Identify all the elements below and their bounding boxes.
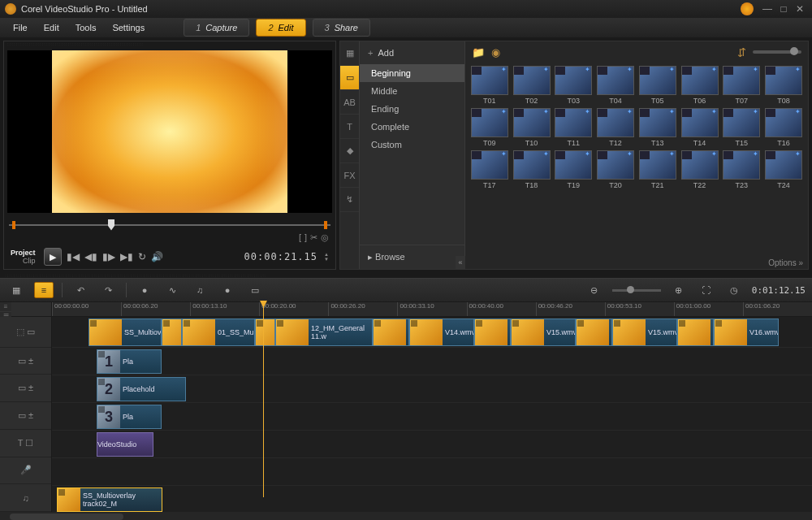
home-button[interactable]: ▮◀ (67, 251, 80, 262)
clip[interactable]: 01_SS_Multiove (182, 318, 255, 346)
redo-button[interactable]: ↷ (98, 282, 118, 298)
mark-out-icon[interactable] (324, 221, 327, 229)
repeat-button[interactable]: ↻ (138, 251, 146, 262)
thumbnail[interactable]: T02 (512, 66, 551, 105)
list-item[interactable]: Complete (360, 118, 464, 136)
tab-title[interactable]: T (340, 115, 359, 139)
clip[interactable] (576, 318, 612, 346)
thumbnail[interactable]: T11 (555, 108, 594, 147)
tab-filter[interactable]: FX (340, 163, 359, 188)
zoom-slider[interactable] (612, 289, 661, 292)
clip[interactable]: V14.wmv (409, 318, 474, 346)
clip[interactable]: SS_Multiover (89, 318, 162, 346)
overlay1-track-head[interactable]: ▭ ± (0, 348, 51, 375)
prev-frame-button[interactable]: ◀▮ (84, 251, 97, 262)
close-button[interactable]: ✕ (793, 3, 807, 15)
gallery-icon[interactable]: ◉ (491, 46, 500, 58)
options-button[interactable]: Options (768, 258, 796, 267)
clip[interactable]: VideoStudio (97, 432, 153, 457)
playhead[interactable] (263, 302, 264, 497)
clip[interactable]: V15.wmv (612, 318, 677, 346)
tab-media[interactable]: ▦ (340, 41, 359, 66)
volume-button[interactable]: 🔊 (151, 251, 163, 262)
step-edit[interactable]: 2Edit (256, 19, 305, 37)
play-button[interactable]: ▶ (44, 248, 62, 266)
music-track-head[interactable]: ♫ (0, 484, 51, 512)
clip[interactable] (474, 318, 511, 346)
voice-track-head[interactable]: 🎤 (0, 457, 51, 485)
browse-button[interactable]: ▸ Browse (360, 245, 464, 269)
undo-button[interactable]: ↶ (71, 282, 90, 298)
time-ruler[interactable]: 00:00:00.0000:00:06.2000:00:13.1000:00:2… (52, 302, 812, 316)
clip[interactable]: V16.wmv (714, 318, 779, 346)
step-share[interactable]: 3Share (313, 19, 370, 37)
mark-in-icon[interactable] (12, 221, 15, 229)
tab-graphic[interactable]: ◆ (340, 139, 359, 163)
clip[interactable]: SS_Multioverlay track02_M (57, 488, 162, 512)
maximize-button[interactable]: □ (776, 3, 791, 15)
storyboard-view-button[interactable]: ▦ (6, 282, 26, 298)
clip[interactable]: 12_HM_General 11.w (275, 318, 373, 346)
thumbnail[interactable]: T01 (470, 66, 509, 105)
mark-out-button[interactable]: ] (304, 232, 307, 243)
clip[interactable]: 1Pla (97, 349, 162, 374)
track-manager-button[interactable]: ▭ (245, 282, 265, 298)
horizontal-scrollbar[interactable] (0, 512, 812, 520)
thumbnail[interactable]: T06 (680, 66, 719, 105)
thumbnail[interactable]: T16 (764, 108, 803, 147)
thumbnail[interactable]: T14 (680, 108, 719, 147)
scrub-thumb[interactable] (108, 219, 114, 231)
clip[interactable]: 3Pla (97, 405, 162, 429)
thumbnail[interactable]: T13 (638, 108, 677, 147)
thumbnail[interactable]: T04 (596, 66, 635, 105)
menu-edit[interactable]: Edit (36, 20, 67, 36)
timeline-view-button[interactable]: ≡ (34, 282, 54, 298)
video-track-head[interactable]: ⬚ ▭ (0, 317, 51, 348)
thumbnail[interactable]: T18 (512, 150, 551, 189)
folder-icon[interactable]: 📁 (472, 46, 485, 58)
thumbnail[interactable]: T10 (512, 108, 551, 147)
menu-settings[interactable]: Settings (104, 20, 153, 36)
tab-instant[interactable]: ▭ (340, 66, 359, 90)
next-frame-button[interactable]: ▮▶ (102, 251, 115, 262)
list-item[interactable]: Beginning (360, 64, 464, 82)
thumbnail[interactable]: T20 (596, 150, 635, 189)
cut-button[interactable]: ✂ (310, 232, 317, 243)
overlay3-track-head[interactable]: ▭ ± (0, 402, 51, 430)
mark-in-button[interactable]: [ (299, 232, 301, 243)
thumb-size-slider[interactable] (753, 50, 801, 54)
thumbnail[interactable]: T22 (680, 150, 719, 189)
list-item[interactable]: Ending (360, 100, 464, 118)
auto-music-button[interactable]: ♫ (190, 282, 209, 298)
tracks-canvas[interactable]: SS_Multiover01_SS_Multiove12_HM_General … (52, 317, 812, 512)
collapse-button[interactable]: « (456, 256, 465, 269)
title-track-head[interactable]: T ☐ (0, 430, 51, 457)
step-capture[interactable]: 1Capture (184, 19, 249, 37)
scrub-bar[interactable] (9, 218, 330, 230)
tc-down[interactable]: ▼ (324, 257, 329, 262)
thumbnail[interactable]: T03 (555, 66, 594, 105)
menu-tools[interactable]: Tools (67, 20, 105, 36)
timecode-display[interactable]: 00:00:21.15 (244, 251, 317, 262)
mode-clip[interactable]: Clip (11, 257, 36, 265)
thumbnail[interactable]: T23 (723, 150, 762, 189)
snapshot-button[interactable]: ◎ (321, 232, 329, 243)
add-template[interactable]: +Add (360, 41, 464, 64)
record-button[interactable]: ● (135, 282, 154, 298)
fit-button[interactable]: ⛶ (697, 282, 716, 298)
thumbnail[interactable]: T08 (764, 66, 803, 105)
clip[interactable]: 2Placehold (97, 377, 186, 401)
marker-button[interactable]: ● (218, 282, 237, 298)
mode-project[interactable]: Project (11, 249, 36, 257)
zoom-in-button[interactable]: ⊕ (669, 282, 689, 298)
thumbnail[interactable]: T24 (764, 150, 803, 189)
thumbnail[interactable]: T09 (470, 108, 509, 147)
clip[interactable] (373, 318, 409, 346)
clip[interactable]: V15.wmv (511, 318, 576, 346)
end-button[interactable]: ▶▮ (120, 251, 133, 262)
thumbnail[interactable]: T15 (723, 108, 762, 147)
thumbnail[interactable]: T05 (638, 66, 677, 105)
menu-file[interactable]: File (5, 20, 36, 36)
thumbnail[interactable]: T17 (470, 150, 509, 189)
list-item[interactable]: Custom (360, 136, 464, 154)
